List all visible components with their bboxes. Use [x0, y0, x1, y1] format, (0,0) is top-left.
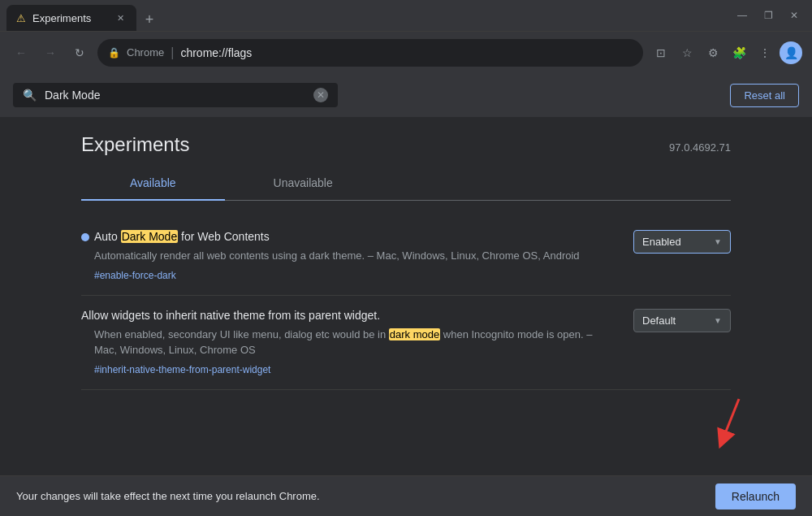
- new-tab-button[interactable]: +: [138, 8, 161, 31]
- experiments-container: Experiments 97.0.4692.71 Available Unava…: [81, 117, 731, 516]
- page-title: Experiments: [81, 133, 189, 156]
- reload-button[interactable]: ↻: [68, 41, 91, 64]
- experiment-auto-dark-mode: Auto Dark Mode for Web Contents Automati…: [81, 217, 731, 296]
- tab-unavailable[interactable]: Unavailable: [225, 167, 382, 200]
- experiment-left-1: Auto Dark Mode for Web Contents Automati…: [81, 230, 617, 282]
- tabs-row: Available Unavailable: [81, 167, 731, 201]
- highlight-dark-mode-1: Dark Mode: [121, 230, 178, 243]
- highlight-dark-mode-2: dark mode: [389, 328, 440, 340]
- experiment-left-2: Allow widgets to inherit native theme fr…: [81, 309, 617, 376]
- tab-available[interactable]: Available: [81, 167, 225, 201]
- tab-close-button[interactable]: ✕: [114, 11, 127, 24]
- experiment-desc-2: When enabled, secondary UI like menu, di…: [94, 327, 617, 358]
- address-bar[interactable]: 🔒 Chrome | chrome://flags: [97, 39, 643, 67]
- tab-title: Experiments: [32, 12, 91, 24]
- experiment-control-1: Enabled ▼: [633, 230, 731, 254]
- window-controls: — ❐ ✕: [731, 4, 806, 27]
- dropdown-arrow-1: ▼: [714, 237, 722, 246]
- experiment-title-row-1: Auto Dark Mode for Web Contents: [81, 230, 617, 243]
- main-content: Experiments 97.0.4692.71 Available Unava…: [0, 117, 812, 516]
- bottom-text: Your changes will take effect the next t…: [16, 490, 320, 502]
- experiment-title-1: Auto Dark Mode for Web Contents: [94, 230, 270, 243]
- forward-button[interactable]: →: [39, 41, 62, 64]
- experiment-title-2: Allow widgets to inherit native theme fr…: [81, 309, 380, 322]
- default-dropdown[interactable]: Default ▼: [633, 309, 731, 332]
- dropdown-arrow-2: ▼: [714, 316, 722, 325]
- chrome-label: Chrome: [127, 46, 164, 59]
- menu-icon[interactable]: ⋮: [754, 41, 776, 64]
- search-wrapper: 🔍 ✕ Reset all: [0, 73, 812, 117]
- settings-icon[interactable]: ⚙: [702, 41, 724, 64]
- star-icon[interactable]: ☆: [676, 41, 698, 64]
- nav-right-icons: ⊡ ☆ ⚙ 🧩 ⋮ 👤: [650, 41, 802, 64]
- maximize-button[interactable]: ❐: [757, 4, 780, 27]
- experiment-control-2: Default ▼: [633, 309, 731, 332]
- search-icon: 🔍: [23, 89, 37, 102]
- version-label: 97.0.4692.71: [669, 141, 731, 154]
- experiment-link-2[interactable]: #inherit-native-theme-from-parent-widget: [94, 364, 270, 375]
- tab-strip: ⚠ Experiments ✕ +: [6, 0, 161, 31]
- address-separator: |: [171, 46, 174, 60]
- url-text: chrome://flags: [180, 46, 252, 59]
- experiment-desc-1: Automatically render all web contents us…: [94, 248, 617, 264]
- bottom-bar: Your changes will take effect the next t…: [0, 475, 812, 516]
- extensions-icon[interactable]: 🧩: [728, 41, 750, 64]
- dropdown-value-1: Enabled: [642, 236, 681, 248]
- title-bar: ⚠ Experiments ✕ + — ❐ ✕: [0, 0, 812, 31]
- back-button[interactable]: ←: [10, 41, 32, 64]
- experiment-link-1[interactable]: #enable-force-dark: [94, 270, 176, 281]
- cast-icon[interactable]: ⊡: [650, 41, 672, 64]
- experiment-title-row-2: Allow widgets to inherit native theme fr…: [81, 309, 617, 322]
- experiments-tab[interactable]: ⚠ Experiments ✕: [6, 5, 136, 31]
- warning-icon: ⚠: [16, 12, 26, 24]
- search-input[interactable]: [45, 89, 305, 102]
- blue-indicator-dot: [81, 233, 89, 241]
- profile-avatar[interactable]: 👤: [780, 41, 802, 64]
- relaunch-button[interactable]: Relaunch: [715, 483, 796, 509]
- search-clear-button[interactable]: ✕: [313, 88, 328, 102]
- minimize-button[interactable]: —: [731, 4, 754, 27]
- experiment-inherit-theme: Allow widgets to inherit native theme fr…: [81, 296, 731, 390]
- dropdown-value-2: Default: [642, 314, 676, 327]
- close-button[interactable]: ✕: [783, 4, 806, 27]
- enabled-dropdown[interactable]: Enabled ▼: [633, 230, 731, 254]
- search-bar: 🔍 ✕: [13, 83, 338, 107]
- reset-all-button[interactable]: Reset all: [730, 84, 799, 107]
- lock-icon: 🔒: [108, 47, 120, 59]
- nav-bar: ← → ↻ 🔒 Chrome | chrome://flags ⊡ ☆ ⚙ 🧩 …: [0, 31, 812, 73]
